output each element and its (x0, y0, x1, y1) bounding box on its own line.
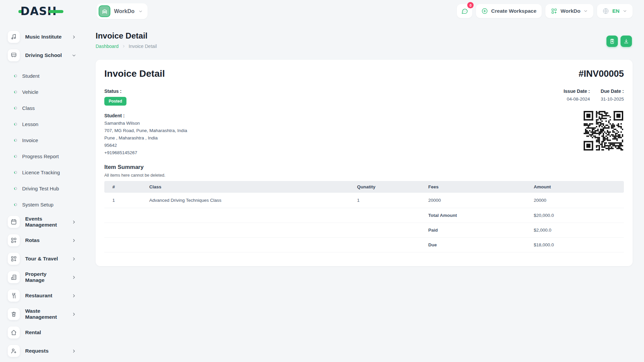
create-workspace-label: Create Workspace (491, 8, 536, 14)
chevron-right-icon (71, 35, 76, 40)
chevron-right-icon (71, 256, 76, 261)
table-row: 1 Advanced Driving Techniques Class 1 20… (104, 193, 624, 208)
submenu-item-system-setup[interactable]: System Setup (8, 196, 87, 213)
submenu-item-driving-test-hub[interactable]: Driving Test Hub (8, 180, 87, 196)
total-amount-label: Total Amount (425, 208, 530, 223)
chevron-down-icon (623, 9, 627, 13)
chevron-right-icon (71, 293, 76, 298)
building-icon (101, 8, 108, 15)
invoice-card: Invoice Detail #INV00005 Status : Posted… (96, 60, 633, 266)
sidebar-item-rotas[interactable]: Rotas (8, 234, 87, 246)
issue-date-label: Issue Date : (564, 88, 590, 94)
bullet-icon (14, 90, 17, 94)
student-label: Student : (104, 113, 187, 118)
student-phone: +919685145267 (104, 150, 187, 155)
chevron-down-icon (138, 9, 143, 14)
messages-button[interactable]: 0 (457, 4, 472, 18)
create-workspace-button[interactable]: Create Workspace (476, 4, 542, 18)
cell-index: 1 (104, 193, 146, 208)
chevron-right-icon (71, 275, 76, 280)
submenu-item-lesson[interactable]: Lesson (8, 116, 87, 132)
chevron-right-icon (71, 349, 76, 354)
calendar-icon (8, 216, 20, 228)
plus-circle-icon (481, 8, 488, 14)
topbar-actions: 0 Create Workspace WorkDo EN (457, 4, 633, 18)
chevron-down-icon (71, 53, 76, 58)
grid-plus-icon (8, 234, 20, 246)
due-date-block: Due Date : 31-10-2025 (601, 88, 624, 106)
bus-icon (8, 49, 20, 61)
sidebar-item-waste-management[interactable]: Waste Management (8, 308, 87, 320)
apps-menu-label: WorkDo (560, 8, 580, 14)
submenu-item-progress-report[interactable]: Progress Report (8, 148, 87, 164)
sidebar-item-driving-school[interactable]: Driving School (8, 49, 87, 61)
invoice-number: #INV00005 (579, 69, 624, 79)
col-class: Class (146, 181, 354, 193)
qr-code-block (584, 111, 623, 155)
restaurant-icon (8, 290, 20, 302)
submenu-item-licence-tracking[interactable]: Licence Tracking (8, 164, 87, 180)
chevron-right-icon (71, 220, 76, 225)
apps-menu-button[interactable]: WorkDo (545, 4, 593, 18)
payment-reminder-button[interactable] (606, 36, 618, 47)
total-amount-row: Total Amount $20,000.0 (104, 208, 624, 223)
submenu-item-invoice[interactable]: Invoice (8, 132, 87, 148)
student-block: Student : Samantha Wilson 707, MG Road, … (104, 113, 187, 155)
breadcrumb-current: Invoice Detail (129, 44, 157, 49)
bullet-icon (14, 155, 17, 158)
workspace-selector[interactable]: WorkDo (97, 3, 148, 19)
chevron-right-icon (71, 312, 76, 317)
bullet-icon (14, 106, 17, 110)
student-details: Samantha Wilson 707, MG Road, Pune, Maha… (104, 121, 187, 155)
sidebar-item-music-institute[interactable]: Music Institute (8, 31, 87, 43)
sidebar-item-events-management[interactable]: Events Management (8, 216, 87, 228)
total-amount-value: $20,000.0 (530, 208, 624, 223)
building-icon (8, 271, 20, 283)
chevron-down-icon (583, 9, 588, 13)
dates-block: Issue Date : 04-08-2024 Due Date : 31-10… (564, 88, 624, 106)
invoice-clipboard-icon (609, 38, 615, 44)
driving-school-submenu: Student Vehicle Class Lesson Invoice Pro… (8, 68, 87, 213)
student-qr-row: Student : Samantha Wilson 707, MG Road, … (104, 113, 624, 155)
page-actions (606, 36, 632, 47)
due-date-label: Due Date : (601, 88, 624, 94)
invoice-card-header: Invoice Detail #INV00005 (104, 68, 624, 79)
col-quantity: Qunatity (354, 181, 425, 193)
student-address-line1: 707, MG Road, Pune, Maharashtra, India (104, 128, 187, 133)
topbar: DASH WorkDo 0 Create Workspace (0, 0, 644, 23)
cell-fees: 20000 (425, 193, 530, 208)
paid-value: $2,000.0 (530, 223, 624, 238)
sidebar-item-rental[interactable]: Rental (8, 326, 87, 339)
download-invoice-button[interactable] (621, 36, 632, 47)
status-badge: Posted (104, 97, 126, 106)
download-icon (623, 38, 629, 44)
logo-accent-bar (49, 10, 63, 13)
dash-logo[interactable]: DASH (18, 5, 63, 18)
qr-code (584, 111, 623, 150)
cell-amount: 20000 (530, 193, 624, 208)
sidebar-item-requests[interactable]: Requests (8, 345, 87, 357)
submenu-item-class[interactable]: Class (8, 100, 87, 116)
sidebar-item-restaurant[interactable]: Restaurant (8, 290, 87, 302)
main-content: Invoice Detail Dashboard Invoice Detail … (87, 23, 644, 362)
col-fees: Fees (425, 181, 530, 193)
home-icon (8, 326, 20, 339)
language-selector[interactable]: EN (597, 4, 633, 18)
sidebar-item-property-manage[interactable]: Property Manage (8, 271, 87, 283)
submenu-item-student[interactable]: Student (8, 68, 87, 84)
bullet-icon (14, 138, 17, 142)
breadcrumb-dashboard-link[interactable]: Dashboard (96, 44, 119, 49)
submenu-item-vehicle[interactable]: Vehicle (8, 84, 87, 100)
music-icon (8, 31, 20, 43)
table-header-row: # Class Qunatity Fees Amount (104, 181, 624, 193)
due-label: Due (425, 238, 530, 252)
page-title: Invoice Detail (96, 31, 633, 41)
item-summary-title: Item Summary (104, 164, 624, 171)
bullet-icon (14, 203, 17, 206)
chevron-right-icon (71, 238, 76, 243)
globe-icon (602, 8, 609, 14)
trash-icon (8, 308, 20, 320)
status-block: Status : Posted (104, 88, 126, 106)
sidebar-item-tour-travel[interactable]: Tour & Travel (8, 253, 87, 265)
grid-plus-icon (8, 253, 20, 265)
